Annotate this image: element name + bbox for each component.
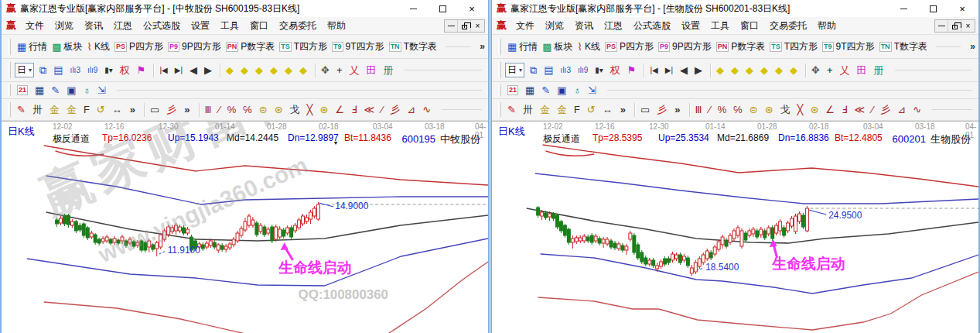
send-icon-button[interactable]: ⇲ (588, 85, 599, 95)
quote-button-button[interactable]: ▦行情 (507, 40, 538, 53)
gold-circle-icon-3-button[interactable]: ⊛ (319, 105, 330, 115)
overflow-chevron[interactable]: » (970, 41, 975, 52)
span-arrows-icon-button[interactable]: ↔ (112, 105, 125, 115)
t9-square-button-button[interactable]: T99T四方形 (822, 40, 875, 53)
spiral-icon-button[interactable]: ↺ (97, 105, 108, 115)
goto-last-icon-button[interactable]: ▶| (175, 65, 185, 75)
chart-3-icon-button[interactable]: ılı3 (70, 65, 83, 75)
zoom-window-icon-button[interactable]: ⧉ (39, 65, 49, 75)
save-icon-button[interactable]: ▣ (557, 85, 569, 95)
chart-canvas[interactable]: 24.950018.5400生命线启动 (492, 144, 978, 333)
sector-button-button[interactable]: ▩板块 (542, 40, 572, 53)
menu-设置[interactable]: 设置 (676, 18, 705, 33)
kline-button-button[interactable]: ⌇K线 (578, 40, 600, 53)
titlebar[interactable]: 赢 赢家江恩专业版[赢家内部服务平台] - [生物股份 SH600201-83日… (492, 0, 978, 17)
grid-lines-icon-button[interactable]: 卅 (32, 105, 45, 115)
trendline-tool-icon-button[interactable]: 乂 (840, 65, 852, 75)
gann-diamond-5-button[interactable]: ◆ (775, 65, 785, 75)
grid-window-icon-button[interactable]: 田 (367, 65, 379, 75)
p9-square-button-button[interactable]: P99P四方形 (168, 40, 221, 53)
wave-icon-button[interactable]: ∿ (913, 105, 924, 115)
wave-icon-button[interactable]: ∿ (422, 105, 433, 115)
rights-adjust-icon-button[interactable]: 权 (610, 65, 623, 75)
flag-icon-button[interactable]: ⚑ (627, 65, 639, 75)
send-icon-button[interactable]: ⇲ (97, 85, 108, 95)
span-arrows-icon-button[interactable]: ↔ (603, 105, 615, 115)
period-combo[interactable]: 日▾ (505, 63, 524, 77)
hand-tool-icon-button[interactable]: ✥ (811, 65, 822, 75)
chart-canvas[interactable]: 14.900011.9100生命线启动QQ:100800360 (2, 144, 488, 333)
info-panel-icon-button[interactable]: ▤ (53, 65, 65, 75)
percent-icon-button[interactable]: % (718, 105, 729, 115)
save-icon-button[interactable]: ▣ (67, 85, 78, 95)
close-button[interactable]: × (457, 0, 487, 17)
fan-lines-icon-button[interactable]: 彡 (390, 105, 402, 115)
period-combo[interactable]: 日▾ (15, 63, 34, 77)
p-number-button-button[interactable]: PNP数字表 (716, 40, 766, 53)
box-select-icon-button[interactable]: ▭ (640, 105, 652, 115)
flag-icon-button[interactable]: ⚑ (137, 65, 149, 75)
candle-style-icon-button[interactable]: ▮▾ (104, 65, 115, 75)
menu-设置[interactable]: 设置 (186, 18, 215, 33)
t-square-button-button[interactable]: TST四方形 (770, 40, 818, 53)
piano-lines-icon-button[interactable]: Ⅲ (205, 105, 214, 115)
rays-icon-button[interactable]: 彡 (166, 105, 179, 115)
t9-square-button-button[interactable]: T99T四方形 (332, 40, 384, 53)
overflow-chevron-1[interactable]: » (130, 105, 138, 115)
gann-diamond-2-button[interactable]: ◆ (241, 65, 251, 75)
gann-diamond-4-button[interactable]: ◆ (760, 65, 770, 75)
mdi-minimize-button[interactable] (935, 20, 948, 32)
info-panel-icon-button[interactable]: ▤ (544, 65, 555, 75)
gold-circle-icon-3-button[interactable]: ⊛ (810, 105, 821, 115)
fan-lines-icon-button[interactable]: 彡 (880, 105, 893, 115)
notepad-icon-button[interactable]: ✎ (51, 85, 62, 95)
trendline-tool-icon-button[interactable]: 乂 (350, 65, 362, 75)
overflow-chevron-1[interactable]: » (620, 105, 628, 115)
gold-circle-icon-1-button[interactable]: ⊜ (259, 105, 270, 115)
speed-line-icon-button[interactable]: ∕ (381, 105, 385, 115)
triangle-icon-button[interactable]: ⊿ (407, 105, 418, 115)
overflow-chevron[interactable]: » (480, 41, 485, 52)
menu-帮助[interactable]: 帮助 (812, 18, 842, 33)
calculator-icon-button[interactable]: ▦ (35, 85, 46, 95)
t-number-button-button[interactable]: TNT数字表 (389, 40, 437, 53)
menu-江恩[interactable]: 江恩 (599, 18, 628, 33)
mdi-close-button[interactable]: × (471, 20, 484, 32)
candle-style-icon-button[interactable]: ▮▾ (595, 65, 606, 75)
menu-公式选股[interactable]: 公式选股 (138, 18, 186, 33)
prev-bar-icon-button[interactable]: ◀ (190, 65, 200, 75)
gold-circle-icon-2-button[interactable]: ⊛ (765, 105, 776, 115)
quote-button-button[interactable]: ▦行情 (17, 40, 47, 53)
goto-first-icon-button[interactable]: |◀ (650, 65, 660, 75)
notepad-icon-button[interactable]: ✎ (541, 85, 552, 95)
close-button[interactable]: × (948, 0, 977, 17)
crosshair-icon-button[interactable]: + (827, 65, 835, 75)
goto-last-icon-button[interactable]: ▶| (665, 65, 675, 75)
menu-浏览[interactable]: 浏览 (540, 18, 569, 33)
hand-tool-icon-button[interactable]: ✥ (321, 65, 332, 75)
menu-资讯[interactable]: 资讯 (569, 18, 599, 33)
gann-diamond-5-button[interactable]: ◆ (285, 65, 295, 75)
speed-line-icon-button[interactable]: ∕ (872, 105, 876, 115)
percent-circle-icon-button[interactable]: ℅ (733, 105, 745, 115)
maximize-button[interactable] (918, 0, 948, 17)
slash-tool-icon-button[interactable]: ⁄ (219, 105, 223, 115)
calendar-21-icon-button[interactable]: 21 (507, 85, 521, 95)
double-angle-icon-button[interactable]: ≪ (854, 105, 867, 115)
menu-交易委托[interactable]: 交易委托 (764, 18, 812, 33)
chart-9-icon-button[interactable]: ılı9 (87, 65, 100, 75)
mdi-close-button[interactable]: × (961, 20, 975, 32)
f-angle-icon-button[interactable]: Ⅎ (351, 105, 359, 115)
compare-icon-button[interactable]: 册 (384, 65, 396, 75)
angle-line-icon-button[interactable]: ∠ (825, 105, 837, 115)
titlebar[interactable]: 赢 赢家江恩专业版[赢家内部服务平台] - [中牧股份 SH600195-83日… (2, 0, 488, 17)
menu-浏览[interactable]: 浏览 (50, 18, 79, 33)
mdi-restore-button[interactable] (458, 20, 471, 32)
fibo-f-icon-button[interactable]: F (84, 105, 92, 115)
brush-icon-button[interactable]: 戈 (780, 105, 793, 115)
gann-diamond-3-button[interactable]: ◆ (746, 65, 756, 75)
overflow-chevron-2[interactable]: » (674, 105, 682, 115)
prev-bar-icon-button[interactable]: ◀ (680, 65, 690, 75)
menu-交易委托[interactable]: 交易委托 (274, 18, 322, 33)
menu-文件[interactable]: 文件 (20, 18, 50, 33)
